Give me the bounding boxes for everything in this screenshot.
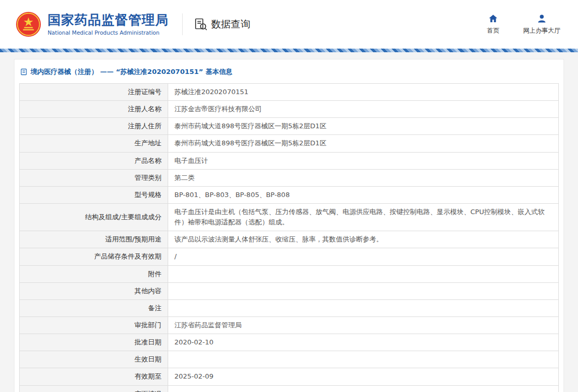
table-row: 注册证编号苏械注准20202070151 — [20, 84, 559, 101]
table-row: 备注 — [20, 299, 559, 316]
table-row: 批准日期2020-02-10 — [20, 334, 559, 351]
row-value: 电子血压计是由主机（包括气泵、压力传感器、放气阀、电源供应电路、按键控制电路、显… — [168, 203, 559, 231]
row-label: 产品储存条件及有效期 — [20, 248, 168, 265]
row-value — [168, 282, 559, 299]
row-label: 产品名称 — [20, 152, 168, 169]
row-label: 批准日期 — [20, 334, 168, 351]
table-row: 生产地址泰州市药城大道898号医疗器械区一期5栋2层D1区 — [20, 135, 559, 152]
row-value: 该产品以示波法测量人体舒张压、收缩压、脉率，其数值供诊断参考。 — [168, 231, 559, 248]
table-row: 结构及组成/主要组成成分电子血压计是由主机（包括气泵、压力传感器、放气阀、电源供… — [20, 203, 559, 231]
row-label: 有效期至 — [20, 368, 168, 385]
row-label: 附件 — [20, 265, 168, 282]
row-value — [168, 351, 559, 368]
table-row: 注册人住所泰州市药城大道898号医疗器械区一期5栋2层D1区 — [20, 118, 559, 135]
row-label: 适用范围/预期用途 — [20, 231, 168, 248]
table-row: 适用范围/预期用途该产品以示波法测量人体舒张压、收缩压、脉率，其数值供诊断参考。 — [20, 231, 559, 248]
row-label: 型号规格 — [20, 186, 168, 203]
row-value: 江苏金吉帝医疗科技有限公司 — [168, 101, 559, 118]
header-divider — [182, 13, 183, 35]
row-value: / — [168, 248, 559, 265]
breadcrumb: 境内医疗器械（注册） —— “苏械注准20202070151” 基本信息 — [19, 65, 559, 83]
row-value — [168, 385, 559, 392]
org-names: 国家药品监督管理局 National Medical Products Admi… — [48, 13, 169, 36]
nav-home-label: 首页 — [487, 26, 499, 35]
registration-card: 境内医疗器械（注册） —— “苏械注准20202070151” 基本信息 注册证… — [14, 59, 564, 392]
row-label: 注册人住所 — [20, 118, 168, 135]
row-value: BP-801、BP-803、BP-805、BP-808 — [168, 186, 559, 203]
data-query-title: 数据查询 — [211, 18, 250, 31]
table-row: 其他内容 — [20, 282, 559, 299]
nav-service-hall[interactable]: 网上办事大厅 — [523, 13, 560, 35]
row-value: 电子血压计 — [168, 152, 559, 169]
nav-service-hall-label: 网上办事大厅 — [523, 26, 560, 35]
nmpa-logo[interactable]: 国家药品监督管理局 National Medical Products Admi… — [16, 11, 169, 37]
row-value — [168, 299, 559, 316]
row-label: 生效日期 — [20, 351, 168, 368]
row-label: 注册人名称 — [20, 101, 168, 118]
main-content: 境内医疗器械（注册） —— “苏械注准20202070151” 基本信息 注册证… — [0, 52, 578, 392]
document-icon — [20, 68, 27, 76]
table-row: 型号规格BP-801、BP-803、BP-805、BP-808 — [20, 186, 559, 203]
table-row: 产品名称电子血压计 — [20, 152, 559, 169]
row-value: 泰州市药城大道898号医疗器械区一期5栋2层D1区 — [168, 135, 559, 152]
decorative-blue-strip — [0, 49, 578, 52]
row-label: 审批部门 — [20, 316, 168, 334]
home-icon — [488, 13, 498, 24]
table-row: 附件 — [20, 265, 559, 282]
info-table-body: 注册证编号苏械注准20202070151注册人名称江苏金吉帝医疗科技有限公司注册… — [20, 84, 559, 392]
table-row: 产品储存条件及有效期/ — [20, 248, 559, 265]
row-value: 苏械注准20202070151 — [168, 84, 559, 101]
user-icon — [537, 13, 547, 24]
breadcrumb-title: 境内医疗器械（注册） —— “苏械注准20202070151” 基本信息 — [31, 67, 232, 77]
nav-home[interactable]: 首页 — [487, 13, 499, 35]
org-name-en: National Medical Products Administration — [48, 29, 169, 36]
table-row: 管理类别第二类 — [20, 169, 559, 186]
table-row: 变更情况 — [20, 385, 559, 392]
row-label: 结构及组成/主要组成成分 — [20, 203, 168, 231]
data-query-icon — [194, 18, 208, 31]
table-row: 注册人名称江苏金吉帝医疗科技有限公司 — [20, 101, 559, 118]
org-name-cn: 国家药品监督管理局 — [48, 13, 169, 28]
row-value: 2020-02-10 — [168, 334, 559, 351]
row-label: 生产地址 — [20, 135, 168, 152]
table-row: 审批部门江苏省药品监督管理局 — [20, 316, 559, 334]
site-header: 国家药品监督管理局 National Medical Products Admi… — [0, 0, 578, 49]
row-label: 其他内容 — [20, 282, 168, 299]
table-row: 生效日期 — [20, 351, 559, 368]
row-label: 注册证编号 — [20, 84, 168, 101]
table-row: 有效期至2025-02-09 — [20, 368, 559, 385]
row-label: 管理类别 — [20, 169, 168, 186]
header-nav: 首页 网上办事大厅 — [487, 13, 560, 35]
row-value — [168, 265, 559, 282]
row-value: 第二类 — [168, 169, 559, 186]
row-value: 泰州市药城大道898号医疗器械区一期5栋2层D1区 — [168, 118, 559, 135]
national-emblem-icon — [16, 11, 41, 37]
row-label: 变更情况 — [20, 385, 168, 392]
row-value: 江苏省药品监督管理局 — [168, 316, 559, 334]
row-value: 2025-02-09 — [168, 368, 559, 385]
data-query-section: 数据查询 — [194, 18, 250, 31]
registration-info-table: 注册证编号苏械注准20202070151注册人名称江苏金吉帝医疗科技有限公司注册… — [19, 83, 559, 392]
row-label: 备注 — [20, 299, 168, 316]
